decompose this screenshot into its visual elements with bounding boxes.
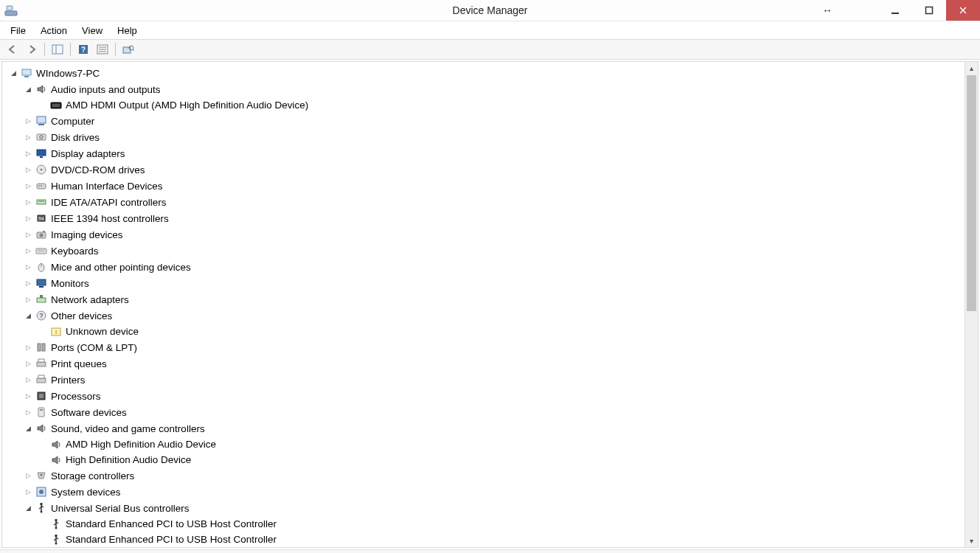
expand-toggle-icon[interactable] (23, 259, 33, 275)
maximize-button[interactable] (912, 0, 946, 21)
svg-rect-44 (37, 279, 46, 285)
cpu-icon (35, 390, 48, 402)
hid-icon (35, 180, 48, 192)
tree-node[interactable]: Standard Enhanced PCI to USB Host Contro… (8, 532, 978, 547)
tree-node[interactable]: Display adapters (8, 145, 978, 161)
expand-toggle-icon[interactable] (23, 129, 33, 145)
expand-toggle-icon[interactable] (23, 243, 33, 259)
vertical-scrollbar[interactable]: ▴ ▾ (965, 62, 978, 547)
tree-node[interactable]: Processors (8, 388, 978, 404)
tree-node[interactable]: High Definition Audio Device (8, 452, 978, 467)
expand-toggle-icon[interactable] (23, 275, 33, 291)
tree-node[interactable]: Storage controllers (8, 467, 978, 484)
tree-node[interactable]: Network adapters (8, 291, 978, 307)
tree-node[interactable]: IDE ATA/ATAPI controllers (8, 194, 978, 210)
printqueue-icon (35, 358, 48, 369)
tree-node-label: Universal Serial Bus controllers (51, 501, 190, 516)
properties-button[interactable] (94, 41, 111, 58)
menubar: File Action View Help (0, 21, 980, 40)
svg-rect-0 (5, 11, 17, 15)
tree-node[interactable]: Keyboards (8, 243, 978, 259)
tree-node-label: Processors (51, 389, 101, 404)
software-icon (35, 406, 48, 418)
tree-root-node[interactable]: WIndows7-PC (8, 65, 978, 81)
svg-line-16 (133, 49, 134, 51)
expand-toggle-icon[interactable] (23, 388, 33, 404)
tree-node[interactable]: System devices (8, 484, 978, 500)
close-button[interactable] (946, 0, 980, 21)
menu-action[interactable]: Action (33, 24, 74, 38)
expand-toggle-icon[interactable] (23, 484, 33, 500)
expand-toggle-icon[interactable] (23, 226, 33, 243)
expand-toggle-icon[interactable] (23, 161, 33, 178)
tree-node[interactable]: !Unknown device (8, 324, 978, 339)
disk-icon (35, 131, 48, 143)
expand-toggle-icon[interactable] (23, 194, 33, 210)
toolbar-separator (115, 43, 116, 56)
tree-node[interactable]: Disk drives (8, 129, 978, 145)
tree-node[interactable]: AMD High Definition Audio Device (8, 437, 978, 452)
svg-point-65 (41, 511, 43, 513)
tree-node[interactable]: DVD/CD-ROM drives (8, 161, 978, 178)
system-icon (35, 486, 48, 498)
collapse-toggle-icon[interactable] (8, 65, 18, 81)
tree-node[interactable]: Imaging devices (8, 226, 978, 243)
tree-node[interactable]: Ports (COM & LPT) (8, 339, 978, 355)
expand-toggle-icon[interactable] (23, 113, 33, 129)
tree-node[interactable]: 94IEEE 1394 host controllers (8, 210, 978, 226)
tree-node[interactable]: Computer (8, 113, 978, 129)
show-hide-console-button[interactable] (49, 41, 66, 58)
tree-node[interactable]: Print queues (8, 355, 978, 372)
menu-help[interactable]: Help (110, 24, 145, 38)
tree-node[interactable]: Audio inputs and outputs (8, 81, 978, 97)
tree-node[interactable]: Software devices (8, 404, 978, 420)
tree-node[interactable]: Mice and other pointing devices (8, 259, 978, 275)
expand-toggle-icon[interactable] (23, 210, 33, 226)
device-tree[interactable]: WIndows7-PCAudio inputs and outputsAMD H… (2, 62, 978, 548)
tree-node[interactable]: Monitors (8, 275, 978, 291)
tree-node[interactable]: Universal Serial Bus controllers (8, 500, 978, 516)
back-button[interactable] (4, 41, 21, 58)
collapse-toggle-icon[interactable] (23, 81, 33, 97)
tree-node[interactable]: Standard Enhanced PCI to USB Host Contro… (8, 516, 978, 532)
collapse-toggle-icon[interactable] (23, 500, 33, 516)
scroll-down-arrow[interactable]: ▾ (965, 535, 978, 547)
collapse-toggle-icon[interactable] (23, 307, 33, 324)
expand-toggle-icon[interactable] (23, 291, 33, 307)
expand-toggle-icon[interactable] (23, 372, 33, 388)
expand-toggle-icon[interactable] (23, 467, 33, 484)
tree-node-label: Keyboards (51, 243, 99, 259)
tree-node[interactable]: Sound, video and game controllers (8, 420, 978, 437)
forward-button[interactable] (24, 41, 40, 58)
window-title: Device Manager (0, 4, 980, 16)
svg-rect-47 (40, 295, 43, 298)
tree-node[interactable]: Human Interface Devices (8, 178, 978, 194)
expand-toggle-icon[interactable] (23, 355, 33, 372)
expand-toggle-icon[interactable] (23, 404, 33, 420)
scroll-thumb[interactable] (967, 75, 976, 311)
expand-toggle-icon[interactable] (23, 145, 33, 161)
collapse-toggle-icon[interactable] (23, 420, 33, 437)
scroll-up-arrow[interactable]: ▴ (965, 62, 978, 74)
expand-toggle-icon[interactable] (23, 178, 33, 194)
svg-rect-68 (55, 519, 58, 521)
minimize-button[interactable] (878, 0, 912, 21)
tree-node[interactable]: ?Other devices (8, 307, 978, 324)
imaging-icon (35, 229, 48, 240)
toolbar-separator (44, 43, 45, 56)
tree-node[interactable]: Printers (8, 372, 978, 388)
tree-node[interactable]: AMD HDMI Output (AMD High Definition Aud… (8, 97, 978, 113)
tree-node-label: Monitors (51, 276, 89, 291)
svg-rect-56 (37, 378, 46, 383)
expand-toggle-icon[interactable] (23, 339, 33, 355)
menu-view[interactable]: View (74, 24, 110, 38)
mouse-icon (35, 261, 48, 273)
svg-point-24 (40, 136, 44, 139)
scan-hardware-button[interactable] (120, 41, 136, 58)
help-button[interactable]: ? (75, 41, 91, 58)
menu-file[interactable]: File (3, 24, 33, 38)
tree-node-label: Storage controllers (51, 468, 134, 484)
tree-node-label: Ports (COM & LPT) (51, 340, 137, 355)
tree-node-label: Network adapters (51, 292, 129, 307)
svg-rect-54 (37, 362, 46, 366)
